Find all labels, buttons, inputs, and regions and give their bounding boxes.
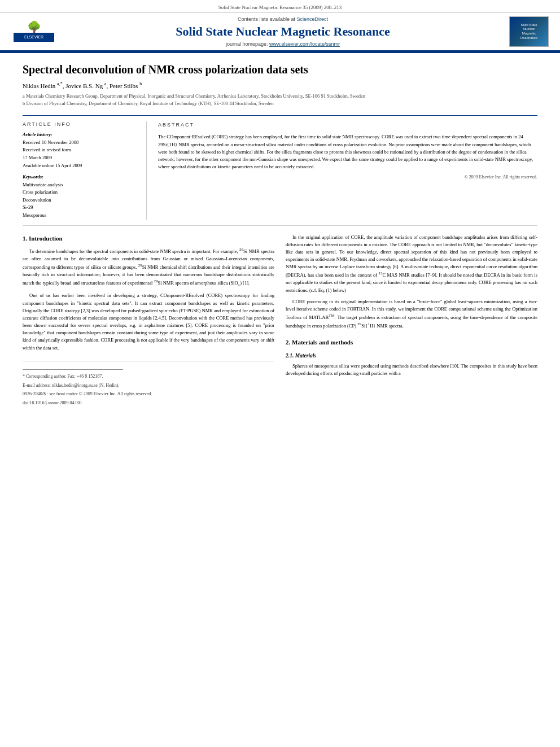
homepage-url-link[interactable]: www.elsevier.com/locate/ssnmr <box>269 41 340 47</box>
section1-para2: One of us has earlier been involved in d… <box>23 292 274 351</box>
affiliation-b: b Division of Physical Chemistry, Depart… <box>23 100 537 107</box>
keyword-si29: Si-29 <box>23 204 138 212</box>
section2-subsection-heading: 2.1. Materials <box>286 352 537 360</box>
keyword-deconvolution: Deconvolution <box>23 196 138 204</box>
received-date: Received 10 November 2008 <box>23 139 138 146</box>
journal-thumbnail: Solid State Nuclear Magnetic Resonance <box>509 16 549 47</box>
doi-line: doi:10.1016/j.ssnmr.2009.04.001 <box>23 400 274 407</box>
article-info-column: ARTICLE INFO Article history: Received 1… <box>23 121 147 220</box>
abstract-text: The COmponent-REsolved (CORE) strategy h… <box>158 133 537 171</box>
keywords-section: Keywords: Multivariate analysis Cross po… <box>23 174 138 220</box>
article-history-label: Article history: <box>23 132 138 137</box>
header-center-block: Contents lists available at ScienceDirec… <box>62 16 504 47</box>
thumb-label: Solid State Nuclear Magnetic Resonance <box>520 23 537 41</box>
issn-line: 0926-2040/$ - see front matter © 2009 El… <box>23 391 274 398</box>
section1-right-para1: In the original application of CORE, the… <box>286 234 537 294</box>
corresponding-author-note: * Corresponding author. Fax: +46 8 15218… <box>23 373 274 381</box>
revised-date: 17 March 2009 <box>23 154 138 161</box>
affiliation-a: a Materials Chemistry Research Group, De… <box>23 93 537 100</box>
keyword-mesoporous: Mesoporous <box>23 212 138 220</box>
section1-para1: To determine bandshapes for the spectral… <box>23 247 274 289</box>
elsevier-brand-label: ELSEVIER <box>24 35 43 39</box>
contents-available-line: Contents lists available at ScienceDirec… <box>238 16 328 22</box>
keywords-label: Keywords: <box>23 174 138 180</box>
copyright-line: © 2009 Elsevier Inc. All rights reserved… <box>158 174 537 181</box>
section1-right-para2: CORE processing in its original implemen… <box>286 298 537 330</box>
elsevier-tree-icon: 🌳 <box>27 21 41 33</box>
article-footer: * Corresponding author. Fax: +46 8 15218… <box>23 361 274 407</box>
homepage-line: journal homepage: www.elsevier.com/locat… <box>226 41 340 47</box>
journal-main-title: Solid State Nuclear Magnetic Resonance <box>176 24 390 39</box>
article-info-abstract-section: ARTICLE INFO Article history: Received 1… <box>23 115 537 226</box>
authors-line: Niklas Hedin a,*, Jovice B.S. Ng a, Pete… <box>23 81 537 89</box>
journal-citation-header: Solid State Nuclear Magnetic Resonance 3… <box>0 0 560 13</box>
left-column: 1. Introduction To determine bandshapes … <box>23 234 274 409</box>
keyword-multivariate: Multivariate analysis <box>23 181 138 189</box>
affiliations-block: a Materials Chemistry Research Group, De… <box>23 93 537 107</box>
email-note: E-mail address: niklas.hedin@inorg.su.se… <box>23 382 274 390</box>
section1-heading: 1. Introduction <box>23 234 274 243</box>
abstract-heading: ABSTRACT <box>158 121 537 129</box>
elsevier-logo: 🌳 ELSEVIER <box>11 16 56 47</box>
revised-label: Received in revised form <box>23 146 138 154</box>
right-column: In the original application of CORE, the… <box>286 234 537 409</box>
keyword-cross-polarization: Cross polarization <box>23 189 138 196</box>
article-title: Spectral deconvolution of NMR cross pola… <box>23 62 537 77</box>
content-header: 🌳 ELSEVIER Contents lists available at S… <box>0 13 560 51</box>
article-info-heading: ARTICLE INFO <box>23 121 138 127</box>
abstract-column: ABSTRACT The COmponent-REsolved (CORE) s… <box>158 121 537 220</box>
elsevier-brand-box: ELSEVIER <box>14 33 54 42</box>
section2-para1: Spheres of mesoporous silica were produc… <box>286 362 537 377</box>
journal-citation-text: Solid State Nuclear Magnetic Resonance 3… <box>218 5 342 10</box>
section2-heading: 2. Materials and methods <box>286 338 537 347</box>
science-direct-link[interactable]: ScienceDirect <box>297 16 329 22</box>
main-body-columns: 1. Introduction To determine bandshapes … <box>23 234 537 409</box>
available-online: Available online 15 April 2009 <box>23 162 138 169</box>
